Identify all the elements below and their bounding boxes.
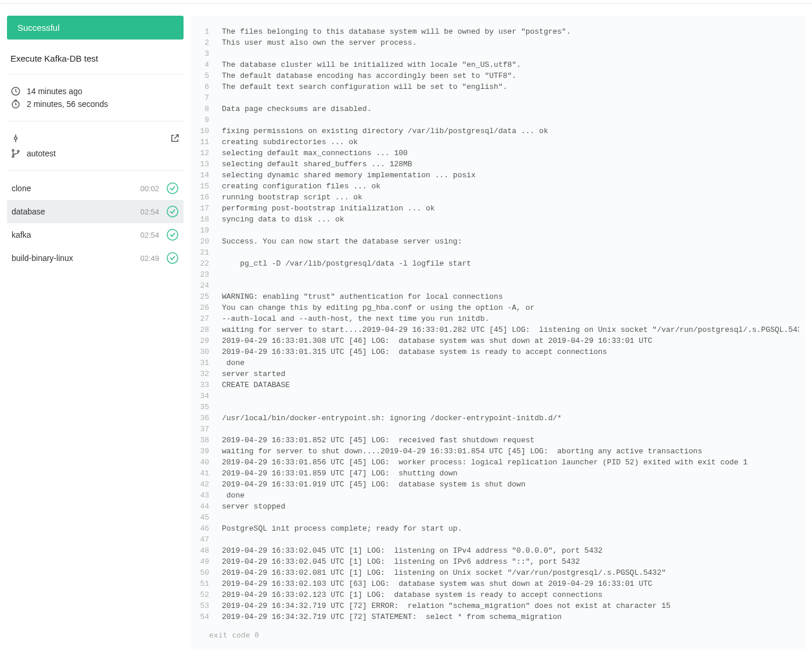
log-line: 502019-04-29 16:33:02.081 UTC [1] LOG: l… bbox=[196, 567, 799, 578]
log-text: 2019-04-29 16:33:02.081 UTC [1] LOG: lis… bbox=[222, 567, 799, 578]
line-number: 4 bbox=[196, 59, 222, 70]
meta-duration-text: 2 minutes, 56 seconds bbox=[27, 99, 108, 109]
line-number: 40 bbox=[196, 457, 222, 468]
log-text bbox=[222, 534, 799, 545]
commit-icon bbox=[10, 133, 21, 144]
external-link-icon[interactable] bbox=[170, 133, 180, 144]
log-line: 37 bbox=[196, 424, 799, 435]
step-row-kafka[interactable]: kafka02:54 bbox=[7, 223, 184, 246]
log-text: You can change this by editing pg_hba.co… bbox=[222, 302, 799, 313]
stopwatch-icon bbox=[10, 99, 21, 109]
log-text: 2019-04-29 16:33:01.852 UTC [45] LOG: re… bbox=[222, 435, 799, 446]
log-line: 14selecting dynamic shared memory implem… bbox=[196, 170, 799, 181]
log-text: 2019-04-29 16:33:01.919 UTC [45] LOG: da… bbox=[222, 479, 799, 490]
line-number: 6 bbox=[196, 81, 222, 92]
line-number: 36 bbox=[196, 413, 222, 424]
line-number: 12 bbox=[196, 148, 222, 159]
log-line: 23 bbox=[196, 269, 799, 280]
branch-icon bbox=[10, 148, 21, 159]
log-line: 31 done bbox=[196, 357, 799, 368]
step-time: 02:49 bbox=[140, 254, 159, 263]
line-number: 50 bbox=[196, 567, 222, 578]
branch-link[interactable]: autotest bbox=[27, 149, 56, 158]
log-text bbox=[222, 402, 799, 413]
line-number: 44 bbox=[196, 501, 222, 512]
log-text: The database cluster will be initialized… bbox=[222, 59, 799, 70]
check-icon bbox=[166, 205, 179, 218]
log-text: done bbox=[222, 357, 799, 368]
log-text: PostgreSQL init process complete; ready … bbox=[222, 523, 799, 534]
line-number: 35 bbox=[196, 402, 222, 413]
log-line: 12selecting default max_connections ... … bbox=[196, 148, 799, 159]
log-text: running bootstrap script ... ok bbox=[222, 192, 799, 203]
line-number: 43 bbox=[196, 490, 222, 501]
log-line: 7 bbox=[196, 92, 799, 103]
log-text: 2019-04-29 16:33:02.045 UTC [1] LOG: lis… bbox=[222, 545, 799, 556]
log-text: The default database encoding has accord… bbox=[222, 70, 799, 81]
log-text: WARNING: enabling "trust" authentication… bbox=[222, 291, 799, 302]
line-number: 9 bbox=[196, 114, 222, 126]
log-line: 39waiting for server to shut down....201… bbox=[196, 446, 799, 457]
line-number: 53 bbox=[196, 600, 222, 611]
log-line: 22 pg_ctl -D /var/lib/postgresql/data -l… bbox=[196, 258, 799, 269]
log-text: This user must also own the server proce… bbox=[222, 37, 799, 48]
log-line: 47 bbox=[196, 534, 799, 545]
log-text bbox=[222, 247, 799, 258]
log-line: 292019-04-29 16:33:01.308 UTC [46] LOG: … bbox=[196, 335, 799, 346]
log-text: done bbox=[222, 490, 799, 501]
log-text bbox=[222, 424, 799, 435]
log-text: 2019-04-29 16:33:02.123 UTC [1] LOG: dat… bbox=[222, 589, 799, 600]
log-line: 16running bootstrap script ... ok bbox=[196, 192, 799, 203]
step-label: database bbox=[12, 207, 45, 216]
log-line: 18syncing data to disk ... ok bbox=[196, 214, 799, 225]
log-line: 2This user must also own the server proc… bbox=[196, 37, 799, 48]
svg-point-6 bbox=[167, 183, 178, 194]
line-number: 48 bbox=[196, 545, 222, 556]
line-number: 45 bbox=[196, 512, 222, 523]
log-text: 2019-04-29 16:33:01.856 UTC [45] LOG: wo… bbox=[222, 457, 799, 468]
log-text bbox=[222, 269, 799, 280]
line-number: 2 bbox=[196, 37, 222, 48]
log-text: server started bbox=[222, 368, 799, 380]
svg-point-2 bbox=[15, 137, 17, 140]
line-number: 54 bbox=[196, 611, 222, 622]
line-number: 34 bbox=[196, 391, 222, 402]
log-line: 17performing post-bootstrap initializati… bbox=[196, 203, 799, 214]
log-text bbox=[222, 391, 799, 402]
line-number: 30 bbox=[196, 346, 222, 357]
svg-point-4 bbox=[12, 156, 14, 158]
log-text: fixing permissions on existing directory… bbox=[222, 126, 799, 137]
log-text bbox=[222, 225, 799, 236]
log-line: 422019-04-29 16:33:01.919 UTC [45] LOG: … bbox=[196, 479, 799, 490]
log-line: 10fixing permissions on existing directo… bbox=[196, 126, 799, 137]
log-text: 2019-04-29 16:33:01.315 UTC [45] LOG: da… bbox=[222, 346, 799, 357]
meta-age-text: 14 minutes ago bbox=[27, 87, 82, 96]
line-number: 7 bbox=[196, 92, 222, 103]
log-line: 35 bbox=[196, 402, 799, 413]
log-text: performing post-bootstrap initialization… bbox=[222, 203, 799, 214]
log-text: 2019-04-29 16:34:32.719 UTC [72] ERROR: … bbox=[222, 600, 799, 611]
log-text: selecting default shared_buffers ... 128… bbox=[222, 159, 799, 170]
log-text: Success. You can now start the database … bbox=[222, 236, 799, 247]
line-number: 11 bbox=[196, 137, 222, 148]
step-time: 02:54 bbox=[140, 231, 159, 239]
status-badge: Successful bbox=[7, 16, 184, 40]
step-row-clone[interactable]: clone00:02 bbox=[7, 177, 184, 200]
line-number: 18 bbox=[196, 214, 222, 225]
log-line: 32server started bbox=[196, 368, 799, 380]
log-text bbox=[222, 114, 799, 126]
step-row-build-binary-linux[interactable]: build-binary-linux02:49 bbox=[7, 246, 184, 270]
log-line: 532019-04-29 16:34:32.719 UTC [72] ERROR… bbox=[196, 600, 799, 611]
line-number: 17 bbox=[196, 203, 222, 214]
log-text: Data page checksums are disabled. bbox=[222, 103, 799, 114]
step-row-database[interactable]: database02:54 bbox=[7, 200, 184, 223]
log-line: 1The files belonging to this database sy… bbox=[196, 26, 799, 37]
log-line: 482019-04-29 16:33:02.045 UTC [1] LOG: l… bbox=[196, 545, 799, 556]
log-text bbox=[222, 48, 799, 59]
log-container[interactable]: 1The files belonging to this database sy… bbox=[196, 26, 799, 622]
log-text: pg_ctl -D /var/lib/postgresql/data -l lo… bbox=[222, 258, 799, 269]
log-line: 28waiting for server to start....2019-04… bbox=[196, 324, 799, 335]
meta-duration-row: 2 minutes, 56 seconds bbox=[10, 99, 180, 109]
line-number: 32 bbox=[196, 368, 222, 380]
line-number: 5 bbox=[196, 70, 222, 81]
